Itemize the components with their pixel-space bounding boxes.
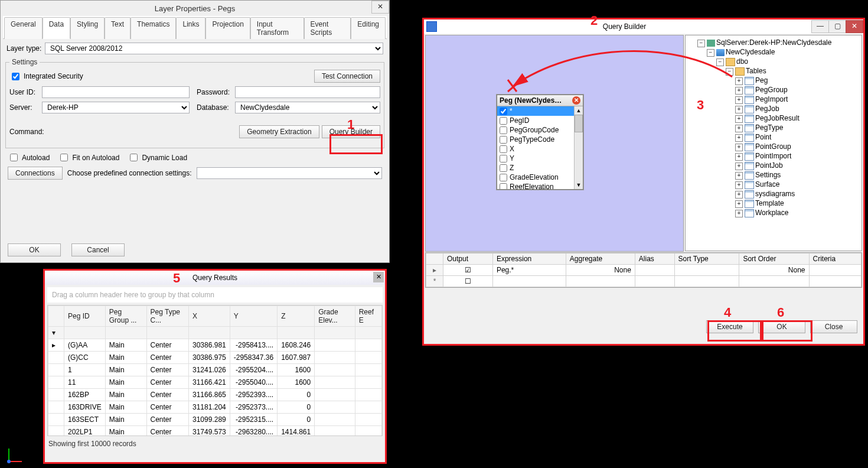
tree-expander[interactable]: + <box>735 77 743 85</box>
cell[interactable]: 163SECT <box>64 414 106 426</box>
cell[interactable]: 1414.861 <box>278 426 315 437</box>
scroll-down-icon[interactable]: ▼ <box>575 181 583 189</box>
peg-table-scrollbar[interactable]: ▲ ▼ <box>574 106 583 189</box>
cell[interactable]: Main <box>105 364 146 376</box>
scroll-up-icon[interactable]: ▲ <box>575 106 583 115</box>
cell[interactable]: 31166.421 <box>189 376 230 389</box>
tree-expander[interactable]: − <box>707 49 714 57</box>
cell[interactable]: -2958347.36 <box>230 352 277 364</box>
grid-header-criteria[interactable]: Criteria <box>809 254 861 265</box>
grid-output-checkbox[interactable]: ☑ <box>443 265 493 276</box>
tree-root-label[interactable]: SqlServer:Derek-HP:NewClydesdale <box>716 38 831 47</box>
grid-header-aggregate[interactable]: Aggregate <box>566 254 635 265</box>
cell[interactable]: (G)AA <box>64 339 106 352</box>
grid-row[interactable]: ▸ ☑ Peg.* None None <box>426 265 862 276</box>
close-icon[interactable]: ✕ <box>846 20 863 33</box>
dynamic-load-checkbox[interactable]: Dynamic Load <box>128 152 187 163</box>
cell[interactable]: Main <box>105 389 146 401</box>
tab-thematics[interactable]: Thematics <box>130 17 176 39</box>
field-row[interactable]: Y <box>497 154 583 163</box>
cell[interactable]: Main <box>105 414 146 426</box>
grid-header-sorttype[interactable]: Sort Type <box>674 254 739 265</box>
tree-expander[interactable]: − <box>726 68 733 76</box>
cell[interactable]: Main <box>105 401 146 414</box>
connections-button[interactable]: Connections <box>8 167 63 180</box>
qb-close-button[interactable]: Close <box>810 320 857 333</box>
cell[interactable]: -2955204.... <box>230 364 277 376</box>
tree-table-item[interactable]: +PegType <box>735 123 859 132</box>
tab-input-transform[interactable]: Input Transform <box>250 17 304 39</box>
tree-schema-label[interactable]: dbo <box>736 57 748 66</box>
table-row[interactable]: 162BPMainCenter31166.865-2952393....0 <box>48 389 382 401</box>
cell[interactable]: Main <box>105 426 146 437</box>
results-grid[interactable]: Peg ID Peg Group ... Peg Type C... X Y Z… <box>48 306 382 436</box>
cell[interactable]: -2963280.... <box>230 426 277 437</box>
field-row[interactable]: Z <box>497 163 583 173</box>
cell[interactable] <box>315 352 355 364</box>
tree-expander[interactable]: + <box>735 125 743 132</box>
tab-editing[interactable]: Editing <box>351 17 386 39</box>
cell[interactable] <box>355 401 381 414</box>
cell[interactable]: 162BP <box>64 389 106 401</box>
test-connection-button[interactable]: Test Connection <box>314 70 380 83</box>
cell[interactable] <box>315 401 355 414</box>
cell[interactable] <box>315 414 355 426</box>
cell[interactable] <box>315 364 355 376</box>
tree-table-item[interactable]: +PointImport <box>735 151 859 161</box>
grid-header-alias[interactable]: Alias <box>635 254 674 265</box>
cell[interactable]: Center <box>146 426 189 437</box>
cell[interactable]: 1 <box>64 364 106 376</box>
cell[interactable]: 163DRIVE <box>64 401 106 414</box>
password-input[interactable] <box>235 86 380 98</box>
col-header[interactable]: Peg Type C... <box>146 306 189 327</box>
tree-table-item[interactable]: +sysdiagrams <box>735 189 859 199</box>
schema-tree[interactable]: −SqlServer:Derek-HP:NewClydesdale −NewCl… <box>685 35 862 251</box>
cell[interactable] <box>355 426 381 437</box>
criteria-grid[interactable]: Output Expression Aggregate Alias Sort T… <box>425 252 862 288</box>
cell[interactable]: 202LP1 <box>64 426 106 437</box>
cell[interactable]: 1600 <box>278 364 315 376</box>
cancel-button[interactable]: Cancel <box>71 243 125 256</box>
tree-table-item[interactable]: +PointJob <box>735 161 859 170</box>
tree-expander[interactable]: + <box>735 96 743 104</box>
grid-header-output[interactable]: Output <box>443 254 493 265</box>
tree-table-item[interactable]: +PointGroup <box>735 142 859 151</box>
tree-expander[interactable]: − <box>716 58 724 66</box>
cell[interactable]: Center <box>146 339 189 352</box>
cell[interactable]: 31749.573 <box>189 426 230 437</box>
tree-table-item[interactable]: +Template <box>735 199 859 208</box>
col-header[interactable]: Grade Elev... <box>315 306 355 327</box>
field-row[interactable]: PegID <box>497 116 583 125</box>
close-icon[interactable]: ✕ <box>373 272 384 282</box>
cell[interactable] <box>315 426 355 437</box>
cell[interactable]: 1608.246 <box>278 339 315 352</box>
grid-header-expression[interactable]: Expression <box>492 254 566 265</box>
tree-expander[interactable]: + <box>735 200 743 208</box>
tree-table-item[interactable]: +Point <box>735 132 859 142</box>
tree-expander[interactable]: + <box>735 134 743 142</box>
col-header[interactable]: Peg ID <box>64 306 106 327</box>
cell[interactable]: -2952373.... <box>230 401 277 414</box>
cell[interactable]: Center <box>146 376 189 389</box>
grid-output-checkbox[interactable]: ☐ <box>443 276 493 287</box>
minimize-icon[interactable]: — <box>811 20 829 33</box>
qb-ok-button[interactable]: OK <box>758 320 805 333</box>
cell[interactable] <box>355 389 381 401</box>
cell[interactable] <box>315 376 355 389</box>
table-row[interactable]: 163SECTMainCenter31099.289-2952315....0 <box>48 414 382 426</box>
fit-on-autoload-checkbox[interactable]: Fit on Autoload <box>58 152 119 163</box>
tree-expander[interactable]: + <box>735 162 743 170</box>
cell[interactable]: 0 <box>278 414 315 426</box>
grid-sorttype-cell[interactable] <box>674 265 739 276</box>
col-header[interactable]: Y <box>230 306 277 327</box>
tree-expander[interactable]: + <box>735 191 743 199</box>
tree-table-item[interactable]: +Settings <box>735 170 859 180</box>
tab-text[interactable]: Text <box>105 17 130 39</box>
tree-expander[interactable]: + <box>735 210 743 217</box>
cell[interactable]: Center <box>146 364 189 376</box>
table-row[interactable]: (G)CCMainCenter30386.975-2958347.361607.… <box>48 352 382 364</box>
grid-aggregate-cell[interactable]: None <box>566 265 635 276</box>
tree-table-item[interactable]: +Surface <box>735 180 859 189</box>
maximize-icon[interactable]: ▢ <box>828 20 846 33</box>
tree-expander[interactable]: + <box>735 172 743 180</box>
